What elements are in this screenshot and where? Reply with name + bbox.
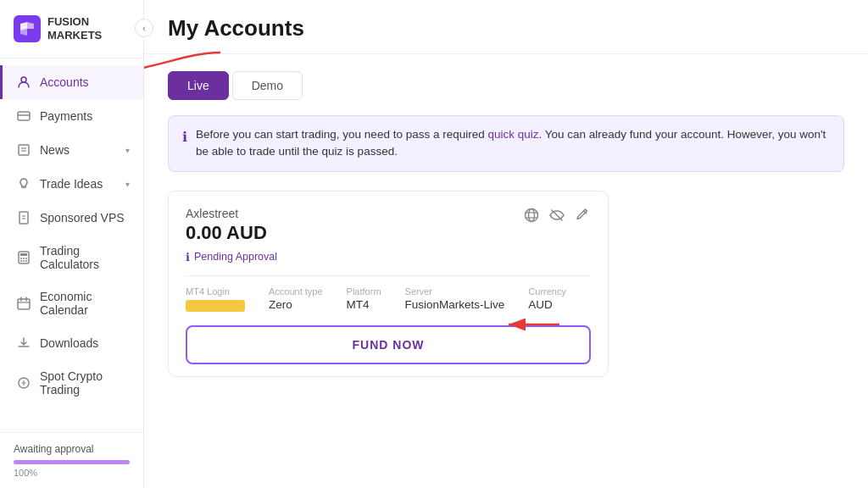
sidebar-nav: Accounts Payments News ▾ Trade Ideas ▾ bbox=[0, 58, 143, 432]
account-type-value: Zero bbox=[269, 298, 323, 311]
sidebar-item-downloads[interactable]: Downloads bbox=[0, 326, 143, 360]
chevron-down-icon-2: ▾ bbox=[125, 180, 130, 189]
account-tabs: Live Demo bbox=[168, 71, 844, 100]
sidebar-item-downloads-label: Downloads bbox=[40, 336, 98, 350]
sidebar-item-trade-ideas[interactable]: Trade Ideas ▾ bbox=[0, 167, 143, 201]
download-icon bbox=[16, 336, 31, 351]
sidebar-item-accounts-label: Accounts bbox=[40, 75, 89, 89]
calendar-icon bbox=[16, 296, 31, 311]
currency-detail: Currency AUD bbox=[528, 286, 566, 312]
currency-label: Currency bbox=[528, 286, 566, 297]
calculator-icon bbox=[16, 250, 31, 265]
sidebar-item-payments[interactable]: Payments bbox=[0, 99, 143, 133]
svg-rect-4 bbox=[19, 145, 29, 155]
live-tab[interactable]: Live bbox=[168, 71, 229, 100]
svg-point-18 bbox=[25, 260, 27, 262]
svg-point-16 bbox=[20, 260, 22, 262]
sidebar-item-economic-calendar[interactable]: Economic Calendar bbox=[0, 280, 143, 326]
svg-point-17 bbox=[23, 260, 25, 262]
server-label: Server bbox=[405, 286, 505, 297]
lightbulb-icon bbox=[16, 176, 31, 191]
person-icon bbox=[16, 75, 31, 90]
svg-rect-19 bbox=[18, 299, 30, 309]
page-title: My Accounts bbox=[168, 15, 844, 42]
account-details: MT4 Login Account type Zero Platform MT4… bbox=[186, 286, 591, 312]
account-divider bbox=[186, 275, 591, 276]
account-type-detail: Account type Zero bbox=[269, 286, 323, 312]
svg-point-1 bbox=[21, 77, 26, 82]
status-badge: ℹ Pending Approval bbox=[186, 251, 591, 263]
platform-label: Platform bbox=[347, 286, 381, 297]
server-value: FusionMarkets-Live bbox=[405, 298, 505, 311]
edit-icon[interactable] bbox=[574, 207, 591, 228]
credit-card-icon bbox=[16, 108, 31, 124]
fusion-markets-logo bbox=[14, 15, 41, 42]
account-balance: 0.00 AUD bbox=[186, 222, 267, 244]
info-icon: ℹ bbox=[182, 127, 187, 147]
platform-detail: Platform MT4 bbox=[347, 286, 381, 312]
svg-rect-12 bbox=[20, 253, 27, 256]
sidebar-item-spot-crypto-label: Spot Crypto Trading bbox=[40, 369, 130, 396]
globe-icon[interactable] bbox=[523, 207, 540, 228]
svg-rect-8 bbox=[19, 212, 28, 224]
logo: FUSION MARKETS bbox=[0, 0, 143, 58]
clock-icon: ℹ bbox=[186, 251, 190, 263]
logo-text: FUSION MARKETS bbox=[47, 15, 102, 42]
sidebar-item-sponsored-vps-label: Sponsored VPS bbox=[40, 211, 125, 225]
account-info: Axlestreet 0.00 AUD bbox=[186, 207, 267, 247]
account-card-actions bbox=[523, 207, 591, 228]
sidebar-item-payments-label: Payments bbox=[40, 109, 92, 123]
svg-point-14 bbox=[23, 258, 25, 259]
account-card-header: Axlestreet 0.00 AUD bbox=[186, 207, 591, 247]
sidebar-item-news-label: News bbox=[40, 143, 70, 157]
platform-value: MT4 bbox=[347, 298, 381, 311]
sidebar-item-sponsored-vps[interactable]: Sponsored VPS bbox=[0, 201, 143, 235]
progress-label: 100% bbox=[14, 468, 130, 478]
document-icon bbox=[16, 210, 31, 225]
status-text: Pending Approval bbox=[194, 251, 277, 263]
mt4-login-value-bar bbox=[186, 300, 245, 312]
account-type-label: Account type bbox=[269, 286, 323, 297]
mt4-login-label: MT4 Login bbox=[186, 286, 245, 297]
svg-point-15 bbox=[25, 258, 27, 259]
currency-value: AUD bbox=[528, 298, 566, 311]
chevron-down-icon: ▾ bbox=[125, 146, 130, 155]
coin-icon bbox=[16, 375, 31, 391]
main-content: My Accounts Live Demo ℹ Before you can s… bbox=[144, 0, 868, 488]
info-banner-text: Before you can start trading, you need t… bbox=[196, 126, 830, 161]
svg-point-26 bbox=[526, 208, 538, 221]
info-banner: ℹ Before you can start trading, you need… bbox=[168, 115, 844, 172]
progress-bar-fill bbox=[14, 460, 130, 464]
progress-bar-background bbox=[14, 460, 130, 464]
account-card: Axlestreet 0.00 AUD ℹ Pendi bbox=[168, 191, 609, 377]
svg-point-13 bbox=[20, 258, 22, 259]
server-detail: Server FusionMarkets-Live bbox=[405, 286, 505, 312]
newspaper-icon bbox=[16, 142, 31, 158]
account-name: Axlestreet bbox=[186, 207, 267, 220]
sidebar-item-trade-ideas-label: Trade Ideas bbox=[40, 177, 103, 191]
sidebar-item-trading-calculators-label: Trading Calculators bbox=[40, 244, 130, 271]
sidebar-item-economic-calendar-label: Economic Calendar bbox=[40, 290, 130, 317]
sidebar-item-accounts[interactable]: Accounts bbox=[0, 65, 143, 99]
sidebar: FUSION MARKETS ‹ Accounts Payments News bbox=[0, 0, 144, 488]
awaiting-approval-label: Awaiting approval bbox=[14, 443, 130, 455]
sidebar-item-news[interactable]: News ▾ bbox=[0, 133, 143, 167]
demo-tab[interactable]: Demo bbox=[232, 71, 303, 100]
sidebar-item-trading-calculators[interactable]: Trading Calculators bbox=[0, 235, 143, 280]
page-header: My Accounts bbox=[144, 0, 868, 54]
quick-quiz-link[interactable]: quick quiz bbox=[487, 128, 538, 141]
sidebar-item-spot-crypto[interactable]: Spot Crypto Trading bbox=[0, 360, 143, 406]
sidebar-collapse-button[interactable]: ‹ bbox=[135, 19, 153, 37]
mt4-login-detail: MT4 Login bbox=[186, 286, 245, 312]
sidebar-bottom: Awaiting approval 100% bbox=[0, 432, 143, 488]
fund-now-button[interactable]: FUND NOW bbox=[186, 325, 591, 364]
svg-point-27 bbox=[529, 208, 535, 221]
hide-icon[interactable] bbox=[548, 207, 565, 228]
svg-rect-2 bbox=[18, 112, 30, 120]
main-body: Live Demo ℹ Before you can start trading… bbox=[144, 54, 868, 394]
